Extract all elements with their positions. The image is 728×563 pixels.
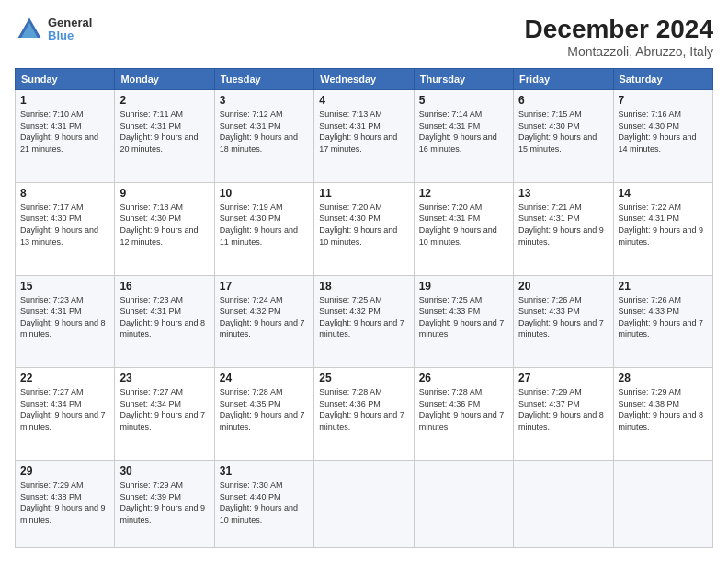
- day-number: 7: [619, 94, 708, 107]
- table-row: 1 Sunrise: 7:10 AMSunset: 4:31 PMDayligh…: [16, 90, 115, 183]
- table-row: [314, 461, 414, 548]
- day-info: Sunrise: 7:20 AMSunset: 4:30 PMDaylight:…: [319, 202, 397, 247]
- header-wednesday: Wednesday: [314, 69, 414, 90]
- day-info: Sunrise: 7:17 AMSunset: 4:30 PMDaylight:…: [20, 202, 98, 247]
- calendar-header-row: Sunday Monday Tuesday Wednesday Thursday…: [16, 69, 713, 90]
- day-number: 21: [619, 280, 708, 293]
- day-number: 25: [319, 372, 408, 385]
- day-number: 13: [518, 187, 608, 200]
- table-row: 29 Sunrise: 7:29 AMSunset: 4:38 PMDaylig…: [16, 461, 115, 548]
- table-row: 14 Sunrise: 7:22 AMSunset: 4:31 PMDaylig…: [613, 182, 712, 275]
- day-info: Sunrise: 7:28 AMSunset: 4:36 PMDaylight:…: [419, 387, 505, 431]
- day-number: 26: [419, 372, 508, 385]
- day-info: Sunrise: 7:10 AMSunset: 4:31 PMDaylight:…: [20, 109, 98, 154]
- day-info: Sunrise: 7:23 AMSunset: 4:31 PMDaylight:…: [119, 295, 205, 339]
- day-number: 30: [119, 465, 209, 477]
- logo-text: General Blue: [48, 17, 92, 43]
- table-row: 5 Sunrise: 7:14 AMSunset: 4:31 PMDayligh…: [414, 90, 513, 183]
- day-info: Sunrise: 7:20 AMSunset: 4:31 PMDaylight:…: [419, 202, 497, 247]
- table-row: 22 Sunrise: 7:27 AMSunset: 4:34 PMDaylig…: [16, 368, 115, 461]
- table-row: 23 Sunrise: 7:27 AMSunset: 4:34 PMDaylig…: [115, 368, 214, 461]
- header: General Blue December 2024 Montazzoli, A…: [15, 15, 713, 59]
- subtitle: Montazzoli, Abruzzo, Italy: [525, 44, 713, 59]
- table-row: 30 Sunrise: 7:29 AMSunset: 4:39 PMDaylig…: [115, 461, 214, 548]
- table-row: 8 Sunrise: 7:17 AMSunset: 4:30 PMDayligh…: [16, 182, 115, 275]
- day-number: 2: [119, 94, 209, 107]
- day-number: 28: [619, 372, 708, 385]
- day-number: 31: [220, 465, 309, 477]
- day-number: 19: [419, 280, 508, 293]
- header-sunday: Sunday: [16, 69, 115, 90]
- day-info: Sunrise: 7:23 AMSunset: 4:31 PMDaylight:…: [20, 295, 106, 339]
- day-info: Sunrise: 7:18 AMSunset: 4:30 PMDaylight:…: [119, 202, 198, 247]
- day-info: Sunrise: 7:24 AMSunset: 4:32 PMDaylight:…: [220, 295, 305, 339]
- day-info: Sunrise: 7:12 AMSunset: 4:31 PMDaylight:…: [220, 109, 298, 154]
- day-number: 8: [20, 187, 109, 200]
- day-number: 9: [119, 187, 209, 200]
- logo-line1: General: [48, 17, 92, 29]
- day-number: 1: [20, 94, 109, 107]
- calendar-table: Sunday Monday Tuesday Wednesday Thursday…: [15, 68, 713, 548]
- day-info: Sunrise: 7:28 AMSunset: 4:35 PMDaylight:…: [220, 387, 305, 431]
- day-info: Sunrise: 7:28 AMSunset: 4:36 PMDaylight:…: [319, 387, 404, 431]
- table-row: 16 Sunrise: 7:23 AMSunset: 4:31 PMDaylig…: [115, 275, 214, 368]
- day-number: 15: [20, 280, 109, 293]
- day-info: Sunrise: 7:29 AMSunset: 4:38 PMDaylight:…: [20, 480, 106, 524]
- page: General Blue December 2024 Montazzoli, A…: [0, 0, 728, 563]
- table-row: 7 Sunrise: 7:16 AMSunset: 4:30 PMDayligh…: [613, 90, 712, 183]
- day-info: Sunrise: 7:16 AMSunset: 4:30 PMDaylight:…: [619, 109, 697, 154]
- table-row: [613, 461, 712, 548]
- day-info: Sunrise: 7:26 AMSunset: 4:33 PMDaylight:…: [619, 295, 704, 339]
- table-row: 10 Sunrise: 7:19 AMSunset: 4:30 PMDaylig…: [214, 182, 313, 275]
- table-row: 15 Sunrise: 7:23 AMSunset: 4:31 PMDaylig…: [16, 275, 115, 368]
- logo-line2: Blue: [48, 29, 92, 42]
- day-number: 17: [220, 280, 309, 293]
- day-number: 24: [220, 372, 309, 385]
- header-friday: Friday: [514, 69, 613, 90]
- table-row: 11 Sunrise: 7:20 AMSunset: 4:30 PMDaylig…: [314, 182, 414, 275]
- day-info: Sunrise: 7:21 AMSunset: 4:31 PMDaylight:…: [518, 202, 604, 247]
- day-number: 20: [518, 280, 608, 293]
- day-info: Sunrise: 7:13 AMSunset: 4:31 PMDaylight:…: [319, 109, 397, 154]
- day-number: 23: [119, 372, 209, 385]
- day-number: 14: [619, 187, 708, 200]
- day-info: Sunrise: 7:27 AMSunset: 4:34 PMDaylight:…: [20, 387, 106, 431]
- table-row: 3 Sunrise: 7:12 AMSunset: 4:31 PMDayligh…: [214, 90, 313, 183]
- title-block: December 2024 Montazzoli, Abruzzo, Italy: [525, 15, 713, 59]
- day-info: Sunrise: 7:25 AMSunset: 4:32 PMDaylight:…: [319, 295, 404, 339]
- day-info: Sunrise: 7:29 AMSunset: 4:38 PMDaylight:…: [619, 387, 704, 431]
- day-number: 4: [319, 94, 408, 107]
- day-number: 10: [220, 187, 309, 200]
- table-row: 17 Sunrise: 7:24 AMSunset: 4:32 PMDaylig…: [214, 275, 313, 368]
- logo-icon: [15, 15, 44, 44]
- day-info: Sunrise: 7:19 AMSunset: 4:30 PMDaylight:…: [220, 202, 298, 247]
- day-number: 29: [20, 465, 109, 477]
- header-thursday: Thursday: [414, 69, 513, 90]
- main-title: December 2024: [525, 15, 713, 44]
- table-row: 21 Sunrise: 7:26 AMSunset: 4:33 PMDaylig…: [613, 275, 712, 368]
- day-number: 6: [518, 94, 608, 107]
- day-number: 5: [419, 94, 508, 107]
- day-info: Sunrise: 7:29 AMSunset: 4:37 PMDaylight:…: [518, 387, 604, 431]
- table-row: 18 Sunrise: 7:25 AMSunset: 4:32 PMDaylig…: [314, 275, 414, 368]
- day-info: Sunrise: 7:30 AMSunset: 4:40 PMDaylight:…: [220, 480, 298, 524]
- day-info: Sunrise: 7:22 AMSunset: 4:31 PMDaylight:…: [619, 202, 704, 247]
- table-row: 9 Sunrise: 7:18 AMSunset: 4:30 PMDayligh…: [115, 182, 214, 275]
- header-tuesday: Tuesday: [214, 69, 313, 90]
- table-row: 20 Sunrise: 7:26 AMSunset: 4:33 PMDaylig…: [514, 275, 613, 368]
- table-row: 2 Sunrise: 7:11 AMSunset: 4:31 PMDayligh…: [115, 90, 214, 183]
- table-row: 13 Sunrise: 7:21 AMSunset: 4:31 PMDaylig…: [514, 182, 613, 275]
- table-row: 24 Sunrise: 7:28 AMSunset: 4:35 PMDaylig…: [214, 368, 313, 461]
- table-row: 26 Sunrise: 7:28 AMSunset: 4:36 PMDaylig…: [414, 368, 513, 461]
- day-number: 27: [518, 372, 608, 385]
- day-number: 12: [419, 187, 508, 200]
- day-info: Sunrise: 7:25 AMSunset: 4:33 PMDaylight:…: [419, 295, 505, 339]
- table-row: 28 Sunrise: 7:29 AMSunset: 4:38 PMDaylig…: [613, 368, 712, 461]
- day-info: Sunrise: 7:29 AMSunset: 4:39 PMDaylight:…: [119, 480, 205, 524]
- table-row: 12 Sunrise: 7:20 AMSunset: 4:31 PMDaylig…: [414, 182, 513, 275]
- header-monday: Monday: [115, 69, 214, 90]
- day-number: 16: [119, 280, 209, 293]
- table-row: 31 Sunrise: 7:30 AMSunset: 4:40 PMDaylig…: [214, 461, 313, 548]
- day-number: 3: [220, 94, 309, 107]
- day-number: 22: [20, 372, 109, 385]
